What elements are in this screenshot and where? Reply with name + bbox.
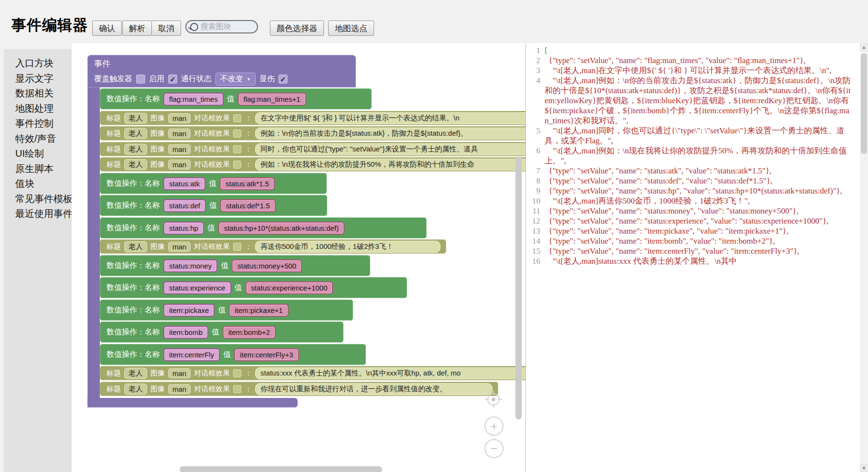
override-trigger-checkbox[interactable] xyxy=(136,75,145,84)
image-field[interactable]: man xyxy=(168,129,191,139)
sidebar-category-原生脚本[interactable]: 原生脚本 xyxy=(15,161,72,177)
value-field[interactable]: item:centerFly+3 xyxy=(234,348,299,361)
scroll-down-icon[interactable]: ▼ xyxy=(860,464,868,472)
workspace-horizontal-scrollbar[interactable] xyxy=(180,466,382,472)
name-field[interactable]: status:atk xyxy=(163,177,205,190)
title-field[interactable]: 老人 xyxy=(124,159,147,170)
name-field[interactable]: item:centerFly xyxy=(163,348,220,361)
dialog-effect-checkbox[interactable] xyxy=(233,243,241,251)
image-field[interactable]: man xyxy=(168,144,191,154)
block-setvalue[interactable]: 数值操作：名称status:atk值status:atk*1.5 xyxy=(100,173,327,194)
color-picker-button[interactable]: 颜色选择器 xyxy=(270,21,324,36)
title-field[interactable]: 老人 xyxy=(124,368,147,379)
text-content-field[interactable]: 例如：\n你的当前攻击力是${status:atk}，防御力是${status:… xyxy=(255,128,525,139)
line-content[interactable]: "\t[老人,man]status:xxx 代表勇士的某个属性。\n其中 xyxy=(545,256,868,266)
dialog-effect-checkbox[interactable] xyxy=(233,385,241,393)
block-showtext[interactable]: 标题老人图像man对话框效果：再送你500金币，1000经验，1破2炸3飞！ xyxy=(100,239,446,254)
event-block-header[interactable]: 事件 覆盖触发器 启用 ✓ 通行状态 不改变 ▼ 显伤 ✓ xyxy=(87,55,356,87)
line-content[interactable]: "\t[老人,man]例如：\n现在我将让你的攻防提升50%，再将攻防和的十倍加… xyxy=(545,146,868,166)
name-field[interactable]: status:hp xyxy=(163,222,204,235)
line-content[interactable]: {"type": "setValue", "name": "item:picka… xyxy=(545,226,868,236)
block-setvalue[interactable]: 数值操作：名称item:pickaxe值item:pickaxe+1 xyxy=(100,300,353,321)
json-code-editor[interactable]: 1[2 {"type": "setValue", "name": "flag:m… xyxy=(525,43,868,472)
zoom-out-button[interactable]: − xyxy=(484,439,504,458)
line-content[interactable]: {"type": "setValue", "name": "status:mon… xyxy=(545,206,868,216)
block-setvalue[interactable]: 数值操作：名称flag:man_times值flag:man_times+1 xyxy=(100,88,372,109)
line-content[interactable]: {"type": "setValue", "name": "item:bomb"… xyxy=(545,236,868,246)
cancel-button[interactable]: 取消 xyxy=(151,21,181,36)
dialog-effect-checkbox[interactable] xyxy=(233,161,241,169)
blockly-workspace[interactable]: 事件 覆盖触发器 启用 ✓ 通行状态 不改变 ▼ 显伤 ✓ 数值操作：名称fla… xyxy=(72,43,525,472)
title-field[interactable]: 老人 xyxy=(124,144,147,155)
image-field[interactable]: man xyxy=(168,242,191,252)
block-setvalue[interactable]: 数值操作：名称item:centerFly值item:centerFly+3 xyxy=(100,344,366,365)
value-field[interactable]: status:def*1.5 xyxy=(220,199,276,212)
pass-state-dropdown[interactable]: 不改变 ▼ xyxy=(215,73,256,86)
value-field[interactable]: status:money+500 xyxy=(232,259,302,272)
value-field[interactable]: status:hp+10*(status:atk+status:def) xyxy=(218,222,344,235)
sidebar-category-显示文字[interactable]: 显示文字 xyxy=(15,71,72,86)
block-showtext[interactable]: 标题老人图像man对话框效果：在文字中使用${' ${ '}和 } 可以计算并显… xyxy=(100,111,525,125)
zoom-reset-button[interactable] xyxy=(484,390,503,408)
text-content-field[interactable]: 例如：\n现在我将让你的攻防提升50%，再将攻防和的十倍加到生命 xyxy=(255,159,525,171)
parse-button[interactable]: 解析 xyxy=(122,21,152,36)
enable-checkbox[interactable]: ✓ xyxy=(168,75,177,84)
workspace-vertical-scrollbar[interactable] xyxy=(515,157,522,419)
sidebar-category-最近使用事件[interactable]: 最近使用事件 xyxy=(15,206,72,222)
confirm-button[interactable]: 确认 xyxy=(92,21,122,36)
text-content-field[interactable]: 在文字中使用${' ${ '}和 } 可以计算并显示一个表达式的结果。\n xyxy=(255,112,525,124)
block-showtext[interactable]: 标题老人图像man对话框效果：status:xxx 代表勇士的某个属性。\n其中… xyxy=(100,366,525,380)
line-content[interactable]: {"type": "setValue", "name": "flag:man_t… xyxy=(545,55,868,65)
text-content-field[interactable]: status:xxx 代表勇士的某个属性。\n其中xxx可取hp, atk, d… xyxy=(255,367,525,379)
sidebar-category-特效/声音[interactable]: 特效/声音 xyxy=(15,131,72,147)
name-field[interactable]: status:experience xyxy=(163,281,231,294)
dialog-effect-checkbox[interactable] xyxy=(233,114,241,122)
map-pick-button[interactable]: 地图选点 xyxy=(328,21,374,36)
image-field[interactable]: man xyxy=(168,368,191,378)
name-field[interactable]: item:pickaxe xyxy=(163,304,214,317)
code-panel-scrollbar[interactable]: ▲ ▼ xyxy=(860,43,868,472)
sidebar-category-入口方块[interactable]: 入口方块 xyxy=(15,56,72,71)
line-content[interactable]: [ xyxy=(545,45,868,55)
display-damage-checkbox[interactable]: ✓ xyxy=(279,75,288,84)
dialog-effect-checkbox[interactable] xyxy=(233,145,241,153)
name-field[interactable]: flag:man_times xyxy=(163,93,224,106)
block-setvalue[interactable]: 数值操作：名称status:def值status:def*1.5 xyxy=(100,195,327,216)
search-input[interactable]: 搜索图块 xyxy=(185,20,258,33)
sidebar-category-事件控制[interactable]: 事件控制 xyxy=(15,116,72,131)
title-field[interactable]: 老人 xyxy=(124,128,147,139)
dialog-effect-checkbox[interactable] xyxy=(233,369,241,377)
line-content[interactable]: "\t[老人,man]例如：\n你的当前攻击力是${status:atk}，防御… xyxy=(545,75,868,126)
value-field[interactable]: item:bomb+2 xyxy=(223,326,276,339)
title-field[interactable]: 老人 xyxy=(124,113,147,124)
block-showtext[interactable]: 标题老人图像man对话框效果：例如：\n你的当前攻击力是${status:atk… xyxy=(100,126,525,140)
value-field[interactable]: flag:man_times+1 xyxy=(238,93,306,106)
text-content-field[interactable]: 再送你500金币，1000经验，1破2炸3飞！ xyxy=(255,241,440,253)
sidebar-category-值块[interactable]: 值块 xyxy=(15,176,72,192)
sidebar-category-UI绘制[interactable]: UI绘制 xyxy=(15,146,72,161)
line-content[interactable]: {"type": "setValue", "name": "status:hp"… xyxy=(545,186,868,196)
text-content-field[interactable]: 同时，你也可以通过{"type": "setValue"}来设置一个勇士的属性、… xyxy=(255,143,525,155)
scrollbar-thumb[interactable] xyxy=(861,54,867,154)
image-field[interactable]: man xyxy=(168,113,191,123)
zoom-in-button[interactable]: + xyxy=(484,417,504,436)
name-field[interactable]: status:def xyxy=(163,199,206,212)
block-showtext[interactable]: 标题老人图像man对话框效果：同时，你也可以通过{"type": "setVal… xyxy=(100,142,525,156)
line-content[interactable]: {"type": "setValue", "name": "item:cente… xyxy=(545,246,868,256)
value-field[interactable]: status:experience+1000 xyxy=(246,281,333,294)
name-field[interactable]: item:bomb xyxy=(163,326,208,339)
block-setvalue[interactable]: 数值操作：名称status:money值status:money+500 xyxy=(100,255,370,276)
block-setvalue[interactable]: 数值操作：名称status:hp值status:hp+10*(status:at… xyxy=(100,217,427,238)
line-content[interactable]: "\t[老人,man]再送你500金币，1000经验，1破2炸3飞！", xyxy=(545,196,868,206)
scroll-up-icon[interactable]: ▲ xyxy=(860,43,868,51)
name-field[interactable]: status:money xyxy=(163,259,217,272)
image-field[interactable]: man xyxy=(168,160,191,170)
title-field[interactable]: 老人 xyxy=(124,241,147,252)
line-content[interactable]: {"type": "setValue", "name": "status:atk… xyxy=(545,166,868,176)
dialog-effect-checkbox[interactable] xyxy=(233,129,241,138)
block-showtext[interactable]: 标题老人图像man对话框效果：你现在可以重新和我进行对话，进一步看到属性值的改变… xyxy=(100,382,498,396)
title-field[interactable]: 老人 xyxy=(124,384,147,395)
line-content[interactable]: "\t[老人,man]同时，你也可以通过{\"type\": \"setValu… xyxy=(545,126,868,146)
value-field[interactable]: item:pickaxe+1 xyxy=(229,304,288,317)
block-setvalue[interactable]: 数值操作：名称item:bomb值item:bomb+2 xyxy=(100,322,343,343)
